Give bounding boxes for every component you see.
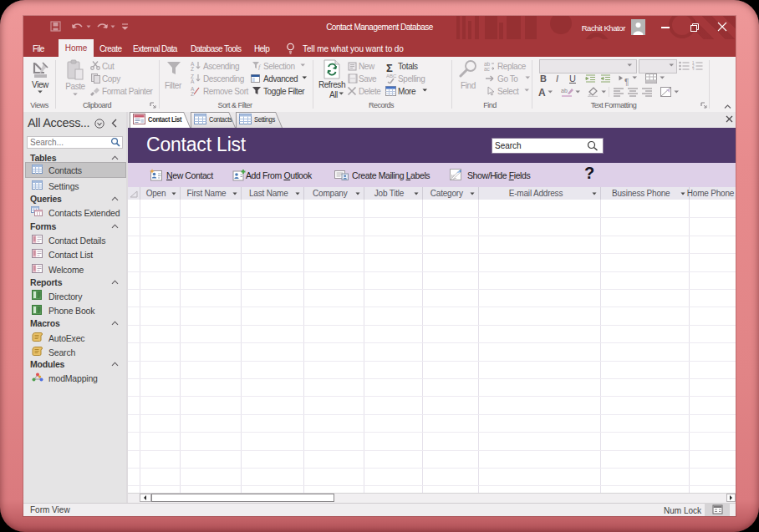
svg-text:Z: Z [191,91,194,96]
svg-text:ABC: ABC [386,73,397,79]
svg-text:ac: ac [484,66,491,71]
svg-text:ab: ab [561,88,568,94]
svg-text:A: A [191,79,195,84]
svg-text:Z: Z [191,66,194,71]
svg-text:3: 3 [692,68,695,71]
svg-text:f: f [258,63,262,70]
